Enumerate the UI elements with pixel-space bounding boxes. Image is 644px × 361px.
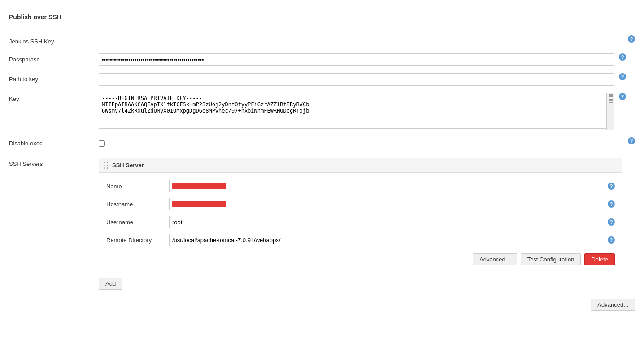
jenkins-ssh-key-help-icon[interactable]: ? <box>628 35 635 43</box>
passphrase-help-icon[interactable]: ? <box>619 53 626 61</box>
server-name-redacted-wrapper <box>169 180 603 192</box>
disable-exec-field <box>99 137 626 150</box>
drag-handle-icon[interactable] <box>104 162 109 169</box>
server-username-field: ? <box>169 216 615 228</box>
passphrase-label: Passphrase <box>9 53 99 63</box>
server-username-help-icon[interactable]: ? <box>608 218 615 226</box>
key-textarea[interactable] <box>99 93 614 129</box>
disable-exec-help-icon[interactable]: ? <box>628 137 635 144</box>
key-label: Key <box>9 93 99 102</box>
key-help-icon[interactable]: ? <box>619 93 626 100</box>
path-to-key-help-icon[interactable]: ? <box>619 73 626 80</box>
disable-exec-checkbox-wrapper <box>99 137 105 150</box>
key-textarea-wrapper <box>99 93 614 130</box>
server-remote-dir-field: ? <box>169 234 615 246</box>
jenkins-ssh-key-row: Jenkins SSH Key ? <box>0 32 644 50</box>
passphrase-row: Passphrase ? <box>0 50 644 70</box>
test-configuration-button[interactable]: Test Configuration <box>521 253 581 265</box>
path-to-key-input[interactable] <box>99 73 614 86</box>
server-hostname-redacted-wrapper <box>169 198 603 210</box>
ssh-server-block: SSH Server Name ? Hostname <box>99 158 622 272</box>
passphrase-field-wrapper: ? <box>99 53 626 66</box>
path-to-key-row: Path to key ? <box>0 70 644 89</box>
bottom-advanced-row: Advanced... <box>0 295 644 314</box>
disable-exec-row: Disable exec ? <box>0 134 644 153</box>
advanced-button[interactable]: Advanced... <box>473 253 517 265</box>
path-to-key-label: Path to key <box>9 73 99 83</box>
jenkins-ssh-key-label: Jenkins SSH Key <box>9 35 99 45</box>
server-buttons-row: Advanced... Test Configuration Delete <box>99 249 622 267</box>
server-hostname-help-icon[interactable]: ? <box>608 200 615 208</box>
server-name-label: Name <box>106 183 169 190</box>
server-remote-dir-help-icon[interactable]: ? <box>608 236 615 244</box>
ssh-servers-row: SSH Servers SSH Server Name <box>0 153 644 295</box>
add-button[interactable]: Add <box>99 278 122 290</box>
key-field-wrapper: ? <box>99 93 626 130</box>
ssh-servers-container: SSH Server Name ? Hostname <box>99 158 635 291</box>
ssh-server-header: SSH Server <box>99 158 622 173</box>
bottom-advanced-button[interactable]: Advanced... <box>591 299 635 311</box>
disable-exec-checkbox[interactable] <box>99 140 105 147</box>
ssh-server-body: Name ? Hostname ? <box>99 173 622 272</box>
key-row: Key ? <box>0 89 644 134</box>
server-hostname-redacted-bar <box>172 201 226 207</box>
server-hostname-row: Hostname ? <box>99 195 622 213</box>
server-name-redacted-bar <box>172 183 226 189</box>
server-username-row: Username ? <box>99 213 622 231</box>
server-hostname-field: ? <box>169 198 615 210</box>
ssh-servers-label: SSH Servers <box>9 158 99 167</box>
server-name-field: ? <box>169 180 615 192</box>
server-name-row: Name ? <box>99 177 622 195</box>
server-username-label: Username <box>106 219 169 226</box>
add-button-wrapper: Add <box>99 272 635 291</box>
section-title: Publish over SSH <box>0 9 644 27</box>
path-to-key-field-wrapper: ? <box>99 73 626 86</box>
server-username-input[interactable] <box>169 216 603 228</box>
server-remote-dir-input[interactable] <box>169 234 603 246</box>
server-remote-dir-row: Remote Directory ? <box>99 231 622 249</box>
passphrase-input[interactable] <box>99 53 614 66</box>
server-remote-dir-label: Remote Directory <box>106 237 169 244</box>
delete-button[interactable]: Delete <box>584 253 615 265</box>
ssh-server-header-label: SSH Server <box>112 162 144 169</box>
server-hostname-label: Hostname <box>106 201 169 208</box>
server-name-help-icon[interactable]: ? <box>608 183 615 190</box>
disable-exec-label: Disable exec <box>9 137 99 147</box>
